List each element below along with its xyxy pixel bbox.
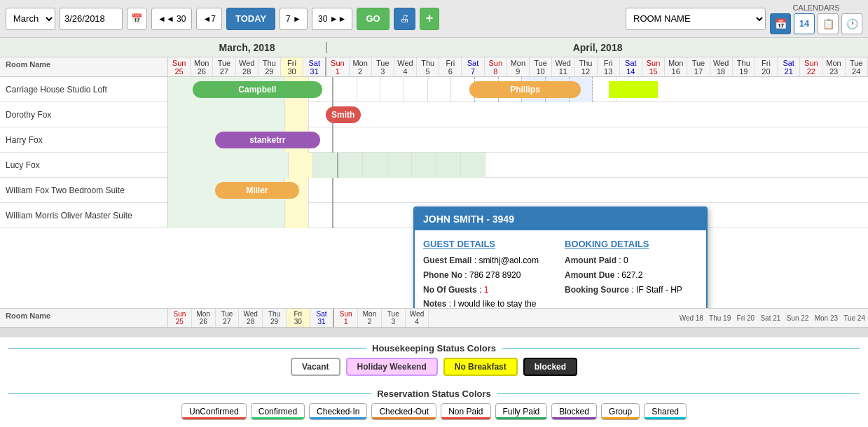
res-fully-paid: Fully Paid (495, 403, 548, 420)
calendar-date-icon[interactable]: 14 (794, 13, 815, 34)
housekeeping-legend: Housekeeping Status Colors Vacant Holida… (0, 337, 868, 384)
april-header: April, 2018 (327, 42, 868, 53)
booking-smith[interactable]: Smith (326, 106, 361, 123)
bot-wed-4: Wed4 (406, 309, 429, 327)
day-col-fri-30: Fri30 (281, 57, 303, 76)
guest-details-link[interactable]: GUEST DETAILS (423, 239, 556, 249)
res-non-paid: Non Paid (441, 403, 490, 420)
reservation-items: UnConfirmed Confirmed Checked-In Checked… (8, 403, 860, 420)
room-row-harry: Harry Fox stanketrr (0, 127, 868, 153)
bot-tue-27: Tue27 (216, 309, 240, 327)
hk-holiday: Holiday Weekend (346, 358, 438, 376)
bot-mon-2: Mon2 (358, 309, 382, 327)
day-col-tue-24: Tue24 (846, 57, 868, 76)
legend-line-left (8, 348, 366, 349)
popup-title: JOHN SMITH - 3949 (415, 208, 706, 230)
housekeeping-items: Vacant Holiday Weekend No Breakfast bloc… (8, 358, 860, 376)
day-col-sun-25: Sun25 (168, 57, 191, 76)
res-group: Group (601, 403, 640, 420)
hk-vacant: Vacant (291, 358, 340, 376)
bot-thu-29: Thu29 (263, 309, 287, 327)
bot-wed-28: Wed28 (239, 309, 263, 327)
day-col-wed-4: Wed4 (394, 57, 417, 76)
day-col-fri-6: Fri6 (439, 57, 462, 76)
day-col-thu-5: Thu5 (417, 57, 439, 76)
res-confirmed: Confirmed (251, 403, 305, 420)
day-col-thu-19: Thu19 (733, 57, 755, 76)
bottom-day-headers: Room Name Sun25 Mon26 Tue27 Wed28 Thu29 … (0, 308, 868, 328)
day-col-wed-18: Wed18 (710, 57, 733, 76)
day-col-sat-14: Sat14 (620, 57, 642, 76)
guest-email: smithj@aol.com (478, 255, 539, 265)
day-col-tue-27: Tue27 (213, 57, 235, 76)
fwd-7-button[interactable]: 7 ► (280, 8, 308, 30)
day-col-sun-22: Sun22 (800, 57, 822, 76)
day-col-sun-15: Sun15 (642, 57, 665, 76)
res-legend-line-right (497, 393, 860, 394)
amount-paid: 0 (624, 255, 628, 265)
res-unconfirmed: UnConfirmed (181, 403, 247, 420)
room-name-lucy: Lucy Fox (0, 153, 168, 177)
print-button[interactable]: 🖨 (394, 8, 415, 30)
day-col-sun-8: Sun8 (485, 57, 507, 76)
day-col-mon-16: Mon16 (665, 57, 687, 76)
booking-popup: JOHN SMITH - 3949 GUEST DETAILS Guest Em… (413, 206, 708, 308)
day-col-mon-26: Mon26 (191, 57, 213, 76)
popup-booking-details: BOOKING DETAILS Amount Paid : 0 Amount D… (565, 239, 698, 308)
res-checked-in: Checked-In (309, 403, 367, 420)
fwd-30-button[interactable]: 30 ►► (312, 8, 352, 30)
room-name-carriage: Carriage House Studio Loft (0, 77, 168, 102)
day-col-mon-9: Mon9 (507, 57, 530, 76)
bot-sat-31: Sat31 (310, 309, 335, 327)
booking-details-link[interactable]: BOOKING DETAILS (565, 239, 698, 249)
room-row-william-fox: William Fox Two Bedroom Suite Miller (0, 178, 868, 203)
month-select[interactable]: March (6, 8, 55, 30)
calendar-monthly-icon[interactable]: 📅 (770, 13, 791, 34)
res-legend-line-left (8, 393, 371, 394)
day-col-mon-2: Mon2 (350, 57, 372, 76)
hk-blocked: blocked (523, 358, 577, 376)
day-col-thu-12: Thu12 (574, 57, 597, 76)
room-name-select[interactable]: ROOM NAME (626, 8, 766, 30)
booking-miller[interactable]: Miller (215, 182, 299, 199)
day-col-sun-1: Sun1 (326, 57, 349, 76)
booking-source: IF Staff - HP (636, 285, 682, 295)
day-col-fri-20: Fri20 (755, 57, 778, 76)
no-of-guests: 1 (484, 285, 489, 295)
amount-due: 627.2 (621, 270, 642, 280)
guest-phone: 786 278 8920 (469, 270, 521, 280)
add-button[interactable]: + (420, 8, 440, 30)
right-day-labels: Wed 18 Thu 19 Fri 20 Sat 21 Sun 22 Mon 2… (680, 314, 865, 322)
back-30-button[interactable]: ◄◄ 30 (151, 8, 192, 30)
calendars-label: CALENDARS (792, 4, 839, 12)
booking-stanketrr[interactable]: stanketrr (215, 132, 320, 148)
res-checked-out: Checked-Out (371, 403, 436, 420)
date-input[interactable] (60, 8, 123, 30)
calendar-list-icon[interactable]: 📋 (818, 13, 839, 34)
res-shared: Shared (644, 403, 687, 420)
day-col-sat-21: Sat21 (778, 57, 800, 76)
calendar-clock-icon[interactable]: 🕐 (841, 13, 862, 34)
housekeeping-title: Housekeeping Status Colors (372, 343, 496, 354)
room-name-harry: Harry Fox (0, 127, 168, 152)
back-7-button[interactable]: ◄7 (196, 8, 222, 30)
popup-guest-details: GUEST DETAILS Guest Email : smithj@aol.c… (423, 239, 556, 308)
today-button[interactable]: TODAY (226, 8, 275, 30)
day-col-wed-28: Wed28 (236, 57, 259, 76)
day-col-thu-29: Thu29 (259, 57, 281, 76)
booking-phillips[interactable]: Phillips (469, 81, 581, 98)
booking-yellow[interactable] (609, 81, 658, 98)
room-name-dorothy: Dorothy Fox (0, 102, 168, 127)
day-col-sat-7: Sat7 (462, 57, 484, 76)
day-col-tue-17: Tue17 (687, 57, 710, 76)
room-name-william-morris: William Morris Oliver Master Suite (0, 203, 168, 227)
booking-campbell[interactable]: Campbell (193, 81, 322, 98)
go-button[interactable]: GO (357, 8, 389, 30)
horizontal-scrollbar[interactable] (0, 328, 868, 337)
room-row-dorothy: Dorothy Fox Smith (0, 102, 868, 127)
calendar-picker-button[interactable]: 📅 (127, 8, 147, 30)
bot-tue-3: Tue3 (382, 309, 406, 327)
room-name-william-fox: William Fox Two Bedroom Suite (0, 178, 168, 202)
day-col-tue-10: Tue10 (530, 57, 552, 76)
calendars-group: CALENDARS 📅 14 📋 🕐 (770, 4, 862, 34)
